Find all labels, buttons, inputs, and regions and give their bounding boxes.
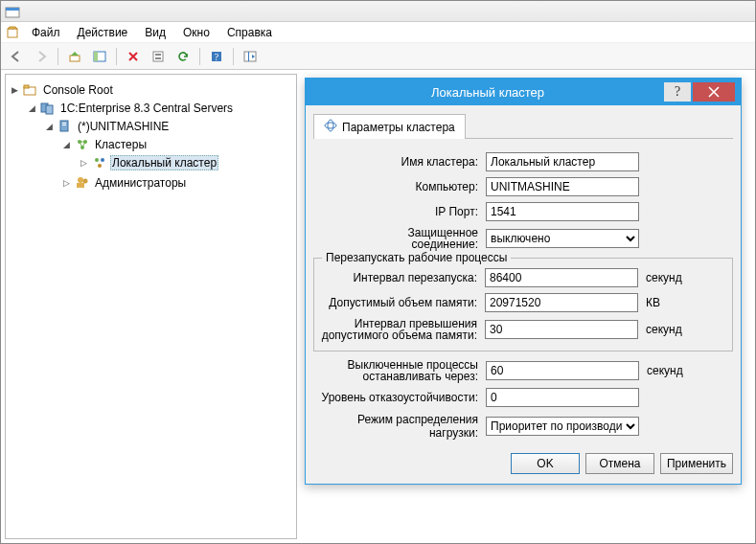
fieldset-legend: Перезапускать рабочие процессы bbox=[322, 251, 511, 264]
toolbar-extra-button[interactable] bbox=[239, 46, 262, 67]
toolbar-help-button[interactable]: ? bbox=[205, 46, 228, 67]
menu-help[interactable]: Справка bbox=[219, 24, 280, 41]
input-stop-disabled[interactable] bbox=[486, 361, 639, 380]
tree-label: Кластеры bbox=[93, 138, 149, 151]
ok-button[interactable]: OK bbox=[511, 453, 580, 474]
svg-rect-12 bbox=[248, 52, 249, 61]
tabstrip: Параметры кластера bbox=[313, 113, 733, 139]
svg-rect-2 bbox=[8, 29, 17, 37]
svg-point-25 bbox=[98, 164, 102, 168]
cluster-icon bbox=[92, 155, 107, 170]
menu-action[interactable]: Действие bbox=[70, 24, 136, 41]
tree-row-clusters[interactable]: ◢ Кластеры bbox=[61, 136, 292, 153]
tree-label: (*)UNITMASHINE bbox=[76, 120, 171, 133]
twisty-icon[interactable]: ▷ bbox=[61, 178, 72, 189]
tree-pane[interactable]: ▶ Console Root ◢ 1C:Enterprise 8.3 Centr… bbox=[5, 74, 297, 539]
menu-file[interactable]: Файл bbox=[24, 24, 68, 41]
svg-rect-17 bbox=[60, 121, 68, 131]
label-stop-disabled: Выключенные процессыостанавливать через: bbox=[313, 359, 486, 382]
tree: ▶ Console Root ◢ 1C:Enterprise 8.3 Centr… bbox=[10, 80, 292, 195]
label-computer: Компьютер: bbox=[313, 180, 486, 193]
svg-rect-16 bbox=[46, 105, 53, 114]
tree-row-local-cluster[interactable]: ▷ Локальный кластер bbox=[79, 154, 292, 171]
titlebar bbox=[1, 1, 755, 22]
svg-text:?: ? bbox=[215, 52, 219, 62]
right-pane: Локальный кластер ? Параметры кластера И… bbox=[301, 74, 751, 539]
collapse-icon[interactable]: ◢ bbox=[61, 140, 72, 150]
toolbar-separator bbox=[199, 48, 200, 65]
admins-icon bbox=[75, 175, 90, 191]
twisty-icon[interactable]: ▶ bbox=[10, 85, 20, 96]
label-load-mode: Режим распределения нагрузки: bbox=[313, 413, 486, 440]
select-secure-conn[interactable]: выключено bbox=[486, 229, 639, 248]
clusters-icon bbox=[75, 137, 90, 152]
label-exceed-interval: Интервал превышениядопустимого объема па… bbox=[320, 318, 485, 341]
svg-point-30 bbox=[328, 120, 333, 131]
dialog-help-button[interactable]: ? bbox=[664, 82, 691, 102]
label-fault-tolerance: Уровень отказоустойчивости: bbox=[313, 391, 486, 404]
tree-row-host[interactable]: ◢ (*)UNITMASHINE bbox=[44, 118, 292, 135]
svg-rect-19 bbox=[62, 125, 66, 125]
tree-label: 1C:Enterprise 8.3 Central Servers bbox=[58, 102, 235, 115]
label-cluster-name: Имя кластера: bbox=[313, 155, 486, 169]
dialog-title: Локальный кластер bbox=[311, 85, 664, 100]
input-restart-interval[interactable] bbox=[485, 268, 638, 287]
properties-dialog: Локальный кластер ? Параметры кластера И… bbox=[305, 78, 742, 485]
toolbar-separator bbox=[233, 48, 234, 65]
input-exceed-interval[interactable] bbox=[485, 320, 638, 339]
menu-view[interactable]: Вид bbox=[137, 24, 173, 41]
twisty-icon[interactable]: ▷ bbox=[79, 158, 89, 169]
menubar: Файл Действие Вид Окно Справка bbox=[1, 22, 755, 43]
apply-button[interactable]: Применить bbox=[660, 453, 733, 474]
svg-rect-14 bbox=[24, 85, 29, 88]
svg-point-23 bbox=[95, 158, 99, 162]
server-icon bbox=[57, 119, 73, 134]
svg-rect-6 bbox=[153, 52, 163, 61]
svg-rect-27 bbox=[77, 183, 84, 188]
toolbar-pane-button[interactable] bbox=[88, 46, 111, 67]
toolbar-separator bbox=[57, 48, 58, 65]
toolbar-up-button[interactable] bbox=[63, 46, 86, 67]
content-area: ▶ Console Root ◢ 1C:Enterprise 8.3 Centr… bbox=[1, 70, 755, 543]
dialog-titlebar[interactable]: Локальный кластер ? bbox=[306, 79, 741, 105]
svg-rect-7 bbox=[155, 54, 161, 56]
collapse-icon[interactable]: ◢ bbox=[27, 103, 37, 114]
svg-rect-3 bbox=[70, 56, 80, 61]
fieldset-restart: Перезапускать рабочие процессы Интервал … bbox=[313, 258, 733, 351]
svg-rect-18 bbox=[62, 123, 66, 124]
svg-point-24 bbox=[101, 158, 104, 162]
tree-label-selected: Локальный кластер bbox=[110, 155, 218, 170]
tab-icon bbox=[324, 119, 337, 135]
svg-rect-1 bbox=[6, 8, 19, 11]
input-fault-tolerance[interactable] bbox=[486, 388, 639, 407]
svg-point-28 bbox=[83, 179, 88, 184]
toolbar-delete-button[interactable] bbox=[122, 46, 145, 67]
unit-kb: КВ bbox=[646, 296, 660, 309]
tree-row-root[interactable]: ▶ Console Root bbox=[10, 81, 292, 99]
form-main: Имя кластера: Компьютер: IP Порт: Защище… bbox=[313, 152, 733, 440]
unit-seconds: секунд bbox=[647, 364, 683, 377]
collapse-icon[interactable]: ◢ bbox=[44, 122, 55, 132]
tree-row-servers[interactable]: ◢ 1C:Enterprise 8.3 Central Servers bbox=[27, 100, 292, 117]
input-allowed-mem[interactable] bbox=[485, 293, 638, 312]
toolbar-properties-button[interactable] bbox=[147, 46, 170, 67]
label-restart-interval: Интервал перезапуска: bbox=[320, 271, 485, 284]
dialog-buttons: OK Отмена Применить bbox=[313, 453, 733, 474]
tree-label: Console Root bbox=[41, 83, 115, 97]
select-load-mode[interactable]: Приоритет по производитель bbox=[486, 417, 639, 436]
toolbar-back-button[interactable] bbox=[5, 46, 28, 67]
toolbar-forward-button[interactable] bbox=[30, 46, 53, 67]
tab-params[interactable]: Параметры кластера bbox=[313, 114, 466, 139]
input-computer[interactable] bbox=[486, 177, 639, 196]
input-cluster-name[interactable] bbox=[486, 152, 639, 171]
svg-point-29 bbox=[325, 123, 336, 128]
menu-window[interactable]: Окно bbox=[175, 24, 218, 41]
input-ip-port[interactable] bbox=[486, 202, 639, 221]
label-secure-conn: Защищенноесоединение: bbox=[313, 227, 486, 250]
app-icon bbox=[5, 4, 20, 19]
label-ip-port: IP Порт: bbox=[313, 205, 486, 218]
dialog-close-button[interactable] bbox=[693, 82, 735, 102]
cancel-button[interactable]: Отмена bbox=[585, 453, 654, 474]
toolbar-refresh-button[interactable] bbox=[172, 46, 195, 67]
tree-row-admins[interactable]: ▷ Администраторы bbox=[61, 174, 292, 192]
